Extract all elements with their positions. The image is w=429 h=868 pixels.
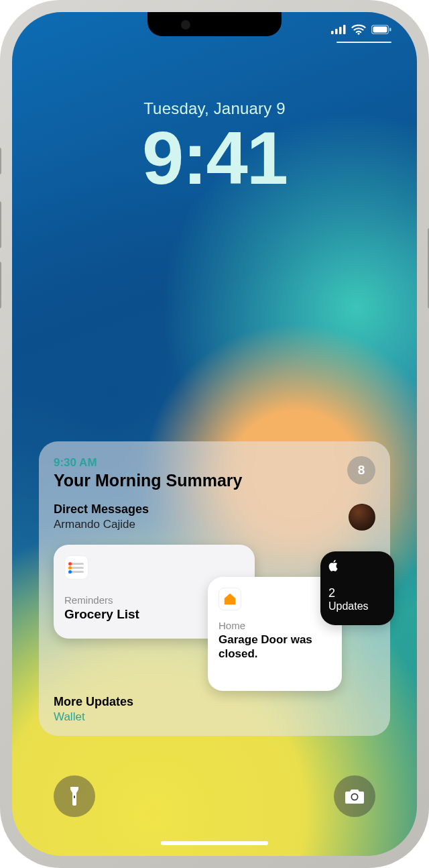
lock-header: Tuesday, January 9 9:41	[12, 99, 417, 196]
volume-down-button	[0, 262, 1, 309]
lock-screen[interactable]: Tuesday, January 9 9:41 9:30 AM Your Mor…	[12, 12, 417, 856]
mute-switch	[0, 148, 1, 174]
updates-tile[interactable]: 2 Updates	[320, 551, 394, 625]
status-bar	[331, 24, 391, 35]
home-body: Garage Door was closed.	[219, 633, 331, 661]
flashlight-button[interactable]	[54, 775, 95, 817]
direct-messages-row[interactable]: Direct Messages Armando Cajide	[54, 502, 375, 531]
apple-icon	[328, 562, 339, 574]
battery-icon	[371, 25, 391, 34]
svg-point-4	[358, 33, 360, 35]
summary-count-badge: 8	[347, 456, 375, 484]
status-underline	[336, 42, 391, 43]
notch	[147, 12, 282, 36]
more-updates-app: Wallet	[54, 710, 375, 724]
lock-time: 9:41	[12, 121, 417, 196]
more-updates-row[interactable]: More Updates Wallet	[54, 695, 375, 724]
svg-rect-7	[389, 28, 391, 32]
direct-messages-sender: Armando Cajide	[54, 518, 149, 531]
volume-up-button	[0, 201, 1, 248]
morning-summary-card[interactable]: 9:30 AM Your Morning Summary 8 Direct Me…	[39, 441, 390, 736]
cellular-icon	[331, 25, 346, 34]
wifi-icon	[351, 24, 366, 35]
svg-rect-2	[339, 27, 342, 34]
more-updates-label: More Updates	[54, 695, 375, 709]
avatar	[349, 504, 375, 531]
svg-rect-1	[335, 29, 338, 34]
camera-button[interactable]	[334, 775, 375, 817]
summary-tiles: Reminders Grocery List Home Garage Door …	[54, 545, 375, 692]
updates-label: Updates	[328, 600, 386, 612]
direct-messages-label: Direct Messages	[54, 502, 149, 517]
home-indicator[interactable]	[161, 841, 268, 845]
svg-rect-3	[343, 25, 346, 34]
iphone-device-frame: Tuesday, January 9 9:41 9:30 AM Your Mor…	[0, 0, 429, 868]
updates-count: 2	[328, 586, 386, 600]
summary-title: Your Morning Summary	[54, 471, 243, 490]
summary-time: 9:30 AM	[54, 456, 243, 470]
svg-rect-6	[373, 27, 387, 33]
svg-rect-8	[74, 796, 75, 798]
svg-rect-0	[331, 31, 334, 34]
svg-point-10	[352, 794, 357, 800]
quick-actions	[12, 775, 417, 817]
home-icon	[219, 588, 241, 610]
reminders-icon	[64, 555, 88, 580]
lock-date: Tuesday, January 9	[12, 99, 417, 118]
home-app-label: Home	[219, 620, 331, 631]
